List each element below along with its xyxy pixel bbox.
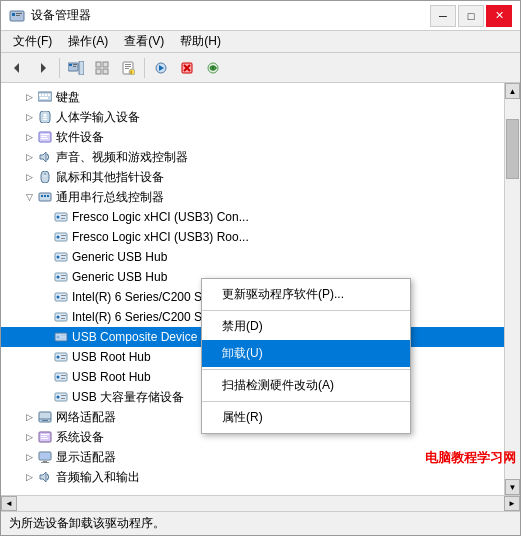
svg-point-55 xyxy=(57,236,60,239)
svg-rect-64 xyxy=(61,275,66,276)
scan-hardware-btn[interactable] xyxy=(201,56,225,80)
back-button[interactable] xyxy=(5,56,29,80)
maximize-button[interactable]: □ xyxy=(458,5,484,27)
expander-audio[interactable]: ▷ xyxy=(21,469,37,485)
usb-composite-icon xyxy=(53,329,69,345)
svg-point-71 xyxy=(57,316,60,319)
svg-rect-84 xyxy=(61,375,66,376)
svg-rect-36 xyxy=(43,117,47,118)
svg-rect-10 xyxy=(73,66,76,67)
menu-help[interactable]: 帮助(H) xyxy=(172,31,229,52)
software-label: 软件设备 xyxy=(56,129,104,146)
audio-icon xyxy=(37,469,53,485)
update-driver-btn[interactable] xyxy=(149,56,173,80)
svg-rect-48 xyxy=(44,195,46,197)
generic-hub1-label: Generic USB Hub xyxy=(72,250,167,264)
svg-rect-68 xyxy=(61,295,66,296)
expander-mouse[interactable]: ▷ xyxy=(21,169,37,185)
usb-hub-icon-2 xyxy=(53,269,69,285)
svg-rect-57 xyxy=(61,238,65,239)
svg-rect-37 xyxy=(43,119,47,120)
expander-usb[interactable]: ▽ xyxy=(21,189,37,205)
svg-point-63 xyxy=(57,276,60,279)
ctx-uninstall[interactable]: 卸载(U) xyxy=(202,340,410,367)
ctx-update-driver[interactable]: 更新驱动程序软件(P)... xyxy=(202,281,410,308)
expander-network[interactable]: ▷ xyxy=(21,409,37,425)
svg-rect-60 xyxy=(61,255,66,256)
ctx-disable[interactable]: 禁用(D) xyxy=(202,313,410,340)
forward-button[interactable] xyxy=(31,56,55,80)
expander-usb-root2 xyxy=(37,369,53,385)
expander-fresco1 xyxy=(37,209,53,225)
tree-item-keyboard[interactable]: ▷ 键盘 xyxy=(1,87,504,107)
svg-rect-89 xyxy=(61,398,65,399)
svg-rect-1 xyxy=(12,13,15,16)
svg-point-59 xyxy=(57,256,60,259)
scroll-up-arrow[interactable]: ▲ xyxy=(505,83,520,99)
hid-label: 人体学输入设备 xyxy=(56,109,140,126)
ctx-properties[interactable]: 属性(R) xyxy=(202,404,410,431)
svg-rect-98 xyxy=(43,461,47,462)
expander-display[interactable]: ▷ xyxy=(21,449,37,465)
menu-file[interactable]: 文件(F) xyxy=(5,31,60,52)
tree-item-software[interactable]: ▷ 软件设备 xyxy=(1,127,504,147)
svg-rect-52 xyxy=(61,215,66,216)
properties-btn[interactable]: i xyxy=(116,56,140,80)
svg-rect-80 xyxy=(61,355,66,356)
svg-rect-94 xyxy=(41,434,49,435)
tree-item-display[interactable]: ▷ 显示适配器 xyxy=(1,447,504,467)
expander-software[interactable]: ▷ xyxy=(21,129,37,145)
tree-item-hid[interactable]: ▷ 人体学输入设备 xyxy=(1,107,504,127)
svg-rect-32 xyxy=(48,94,50,96)
svg-rect-11 xyxy=(96,62,101,67)
svg-rect-73 xyxy=(61,318,65,319)
svg-rect-69 xyxy=(61,298,65,299)
usb-composite-label: USB Composite Device xyxy=(72,330,197,344)
svg-rect-77 xyxy=(61,338,65,339)
vertical-scrollbar[interactable]: ▲ ▼ xyxy=(504,83,520,495)
usb-root1-label: USB Root Hub xyxy=(72,350,151,364)
svg-rect-76 xyxy=(61,335,66,336)
svg-rect-30 xyxy=(42,94,44,96)
minimize-button[interactable]: ─ xyxy=(430,5,456,27)
scroll-thumb[interactable] xyxy=(506,119,519,179)
scroll-left-arrow[interactable]: ◄ xyxy=(1,496,17,511)
scroll-down-arrow[interactable]: ▼ xyxy=(505,479,520,495)
expander-sound[interactable]: ▷ xyxy=(21,149,37,165)
audio-label: 音频输入和输出 xyxy=(56,469,140,486)
ctx-scan-hardware[interactable]: 扫描检测硬件改动(A) xyxy=(202,372,410,399)
svg-point-51 xyxy=(57,216,60,219)
expander-keyboard[interactable]: ▷ xyxy=(21,89,37,105)
expander-intel1 xyxy=(37,289,53,305)
svg-point-45 xyxy=(44,175,46,177)
device-manager-icon-btn[interactable] xyxy=(64,56,88,80)
svg-rect-61 xyxy=(61,258,65,259)
expander-hid[interactable]: ▷ xyxy=(21,109,37,125)
view-btn[interactable] xyxy=(90,56,114,80)
svg-rect-14 xyxy=(103,69,108,74)
toolbar: i xyxy=(1,53,520,83)
main-window: 设备管理器 ─ □ ✕ 文件(F) 操作(A) 查看(V) 帮助(H) xyxy=(0,0,521,536)
tree-item-fresco2[interactable]: Fresco Logic xHCI (USB3) Roo... xyxy=(1,227,504,247)
close-button[interactable]: ✕ xyxy=(486,5,512,27)
scroll-right-arrow[interactable]: ► xyxy=(504,496,520,511)
svg-rect-100 xyxy=(40,453,50,459)
svg-rect-2 xyxy=(16,13,22,14)
svg-rect-47 xyxy=(41,195,43,197)
tree-item-generic-hub1[interactable]: Generic USB Hub xyxy=(1,247,504,267)
title-controls: ─ □ ✕ xyxy=(430,5,512,27)
horizontal-scrollbar[interactable]: ◄ ► xyxy=(1,495,520,511)
uninstall-btn[interactable] xyxy=(175,56,199,80)
menu-view[interactable]: 查看(V) xyxy=(116,31,172,52)
tree-item-fresco1[interactable]: Fresco Logic xHCI (USB3) Con... xyxy=(1,207,504,227)
tree-item-usb-controllers[interactable]: ▽ 通用串行总线控制器 xyxy=(1,187,504,207)
scroll-track xyxy=(505,99,520,479)
window-title: 设备管理器 xyxy=(31,7,91,24)
tree-item-sound[interactable]: ▷ 声音、视频和游戏控制器 xyxy=(1,147,504,167)
tree-item-mouse[interactable]: ▷ 鼠标和其他指针设备 xyxy=(1,167,504,187)
menu-action[interactable]: 操作(A) xyxy=(60,31,116,52)
content-area: ▷ 键盘 ▷ xyxy=(1,83,520,495)
expander-system[interactable]: ▷ xyxy=(21,429,37,445)
title-bar: 设备管理器 ─ □ ✕ xyxy=(1,1,520,31)
tree-item-audio[interactable]: ▷ 音频输入和输出 xyxy=(1,467,504,487)
